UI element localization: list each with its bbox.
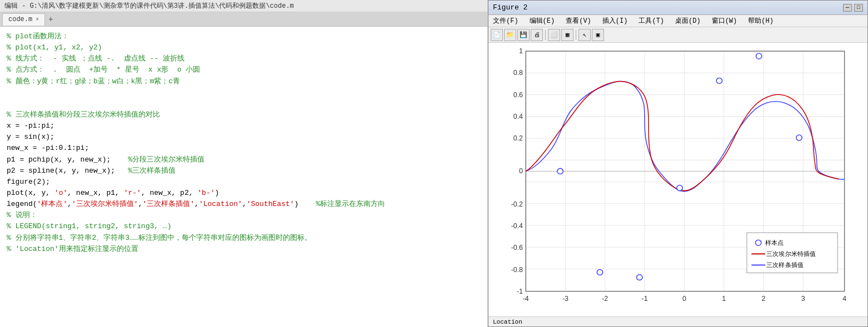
svg-text:0: 0 <box>519 168 523 175</box>
code-line-15: plot(x, y, 'o', new_x, p1, 'r-', new_x, … <box>7 188 481 199</box>
menu-help[interactable]: 帮助(H) <box>746 16 776 26</box>
sample-point-3 <box>637 275 642 280</box>
svg-text:0.4: 0.4 <box>513 113 523 120</box>
code-line-10: y = sin(x); <box>7 132 481 143</box>
minimize-button[interactable]: — <box>843 4 852 12</box>
editor-titlebar: 编辑 - G:\清风\数字建模更新\测杂章节的课件代码\第3讲.插值算法\代码和… <box>0 0 487 12</box>
svg-text:-2: -2 <box>602 295 608 303</box>
code-line-5: % 颜色：y黄；r红；g绿；b蓝；w白；k黑；m紫；c青 <box>7 76 481 87</box>
svg-text:-0.4: -0.4 <box>511 222 523 230</box>
svg-text:-0.8: -0.8 <box>511 266 523 274</box>
code-line-17: % 说明： <box>7 210 481 221</box>
code-line-9: x = -pi:pi; <box>7 120 481 132</box>
svg-text:1: 1 <box>722 295 726 303</box>
code-line-3: % 线方式： - 实线 ；点线 -. 虚点线 -- 波折线 <box>7 53 481 64</box>
svg-text:2: 2 <box>762 295 766 303</box>
toolbar-sep-2 <box>576 30 576 40</box>
editor-title-text: 编辑 - G:\清风\数字建模更新\测杂章节的课件代码\第3讲.插值算法\代码和… <box>4 2 294 10</box>
tab-close-button[interactable]: × <box>36 17 39 23</box>
toolbar-cursor[interactable]: ↖ <box>578 29 591 41</box>
toolbar-open[interactable]: 📁 <box>504 29 516 41</box>
editor-tab-code[interactable]: code.m × <box>2 13 45 26</box>
svg-text:0.6: 0.6 <box>513 91 523 99</box>
toolbar-btn-8[interactable]: ▣ <box>592 29 604 41</box>
menu-edit[interactable]: 编辑(E) <box>527 16 557 26</box>
menu-file[interactable]: 文件(F) <box>491 16 521 26</box>
menu-tools[interactable]: 工具(T) <box>636 16 666 26</box>
maximize-button[interactable]: □ <box>854 4 863 12</box>
toolbar-save[interactable]: 💾 <box>517 29 530 41</box>
figure-window: Figure 2 — □ 文件(F) 编辑(E) 查看(V) 插入(I) 工具(… <box>488 0 868 327</box>
code-line-7 <box>7 98 481 109</box>
toolbar-btn-5[interactable]: ⬜ <box>548 29 560 41</box>
code-line-18: % LEGEND(string1, string2, string3, …) <box>7 221 481 232</box>
figure-title-buttons: — □ <box>843 4 863 12</box>
figure-plot-area: 1 0.8 0.6 0.4 0.2 0 -0.2 -0.4 -0.6 -0.8 … <box>488 43 867 316</box>
code-line-14: figure(2); <box>7 177 481 188</box>
chart-svg: 1 0.8 0.6 0.4 0.2 0 -0.2 -0.4 -0.6 -0.8 … <box>488 43 867 316</box>
tab-label: code.m <box>8 16 32 23</box>
menu-view[interactable]: 查看(V) <box>563 16 593 26</box>
code-line-20: % 'Location'用来指定标注显示的位置 <box>7 244 481 255</box>
code-line-1: % plot函数用法： <box>7 31 481 42</box>
code-editor: 编辑 - G:\清风\数字建模更新\测杂章节的课件代码\第3讲.插值算法\代码和… <box>0 0 488 327</box>
editor-tabs: code.m × + <box>0 12 487 27</box>
code-line-11: new_x = -pi:0.1:pi; <box>7 143 481 154</box>
sample-point-6 <box>756 53 762 59</box>
figure-title: Figure 2 <box>493 3 527 12</box>
code-line-6 <box>7 87 481 98</box>
toolbar-sep-1 <box>545 30 546 40</box>
toolbar-new[interactable]: 📄 <box>491 29 503 41</box>
svg-text:-1: -1 <box>642 295 648 303</box>
svg-text:三次埃尔米特插值: 三次埃尔米特插值 <box>766 250 816 257</box>
figure-toolbar: 📄 📁 💾 🖨 ⬜ ▦ ↖ ▣ <box>488 27 867 43</box>
sample-point-1 <box>557 168 563 174</box>
svg-text:样本点: 样本点 <box>765 239 784 246</box>
svg-text:0.8: 0.8 <box>513 69 523 77</box>
svg-text:-3: -3 <box>562 295 568 303</box>
code-content[interactable]: % plot函数用法： % plot(x1, y1, x2, y2) % 线方式… <box>0 27 487 327</box>
code-line-2: % plot(x1, y1, x2, y2) <box>7 42 481 53</box>
code-line-16: legend('样本点','三次埃尔米特插值','三次样条插值','Locati… <box>7 199 481 210</box>
sample-point-5 <box>716 78 722 83</box>
svg-text:4: 4 <box>842 295 846 303</box>
svg-point-41 <box>756 240 761 245</box>
menu-insert[interactable]: 插入(I) <box>600 16 630 26</box>
code-line-4: % 点方式： . 圆点 +加号 * 星号 x x形 o 小圆 <box>7 64 481 76</box>
svg-text:1: 1 <box>519 47 523 55</box>
status-text: Location <box>493 319 522 325</box>
code-line-12: p1 = pchip(x, y, new_x); %分段三次埃尔米特插值 <box>7 154 481 165</box>
sample-point-2 <box>597 269 602 275</box>
svg-text:0.2: 0.2 <box>513 134 523 142</box>
svg-text:3: 3 <box>801 295 805 303</box>
figure-menubar: 文件(F) 编辑(E) 查看(V) 插入(I) 工具(T) 桌面(D) 窗口(W… <box>488 15 867 27</box>
svg-text:-0.2: -0.2 <box>511 200 523 208</box>
sample-point-7 <box>796 135 802 140</box>
svg-text:-1: -1 <box>517 288 523 295</box>
sample-point-4 <box>677 185 682 191</box>
code-line-19: % 分别将字符串1、字符串2、字符串3……标注到图中，每个字符串对应的图标为画图… <box>7 233 481 244</box>
svg-text:-0.6: -0.6 <box>511 244 523 251</box>
svg-text:-4: -4 <box>523 295 529 303</box>
code-line-8: % 三次样条插值和分段三次埃尔米特插值的对比 <box>7 109 481 120</box>
toolbar-print[interactable]: 🖨 <box>531 29 543 41</box>
code-line-13: p2 = spline(x, y, new_x); %三次样条插值 <box>7 165 481 177</box>
menu-desktop[interactable]: 桌面(D) <box>673 16 703 26</box>
menu-window[interactable]: 窗口(W) <box>710 16 740 26</box>
svg-text:三次样条插值: 三次样条插值 <box>766 262 804 269</box>
svg-text:0: 0 <box>682 295 686 303</box>
status-bar: Location <box>488 316 867 326</box>
toolbar-btn-6[interactable]: ▦ <box>561 29 573 41</box>
figure-titlebar: Figure 2 — □ <box>488 1 867 15</box>
tab-add-button[interactable]: + <box>45 15 56 24</box>
